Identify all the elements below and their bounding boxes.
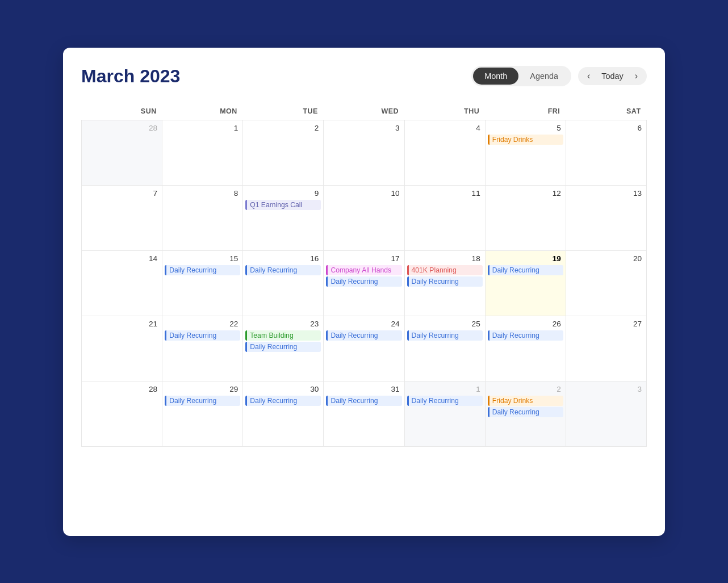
event-daily[interactable]: Daily Recurring <box>407 330 483 341</box>
event-daily[interactable]: Daily Recurring <box>326 330 401 341</box>
calendar-cell[interactable]: 3 <box>324 120 404 185</box>
calendar-cell[interactable]: 6 <box>566 120 646 185</box>
day-header-thu: THU <box>404 103 485 120</box>
calendar-container: March 2023 Month Agenda ‹ Today › SUNMON… <box>63 48 665 536</box>
cell-date: 15 <box>165 254 240 263</box>
event-daily[interactable]: Daily Recurring <box>488 330 563 341</box>
event-team-building[interactable]: Team Building <box>245 330 321 341</box>
cell-date: 14 <box>84 254 160 263</box>
day-header-sun: SUN <box>82 103 162 120</box>
calendar-cell[interactable]: 25Daily Recurring <box>404 316 485 381</box>
calendar-cell[interactable]: 17Company All HandsDaily Recurring <box>324 250 404 316</box>
calendar-cell[interactable]: 2Friday DrinksDaily Recurring <box>485 381 566 446</box>
calendar-cell[interactable]: 20 <box>566 250 646 316</box>
calendar-cell[interactable]: 12 <box>485 185 566 250</box>
event-daily[interactable]: Daily Recurring <box>245 265 321 275</box>
prev-button[interactable]: ‹ <box>583 69 595 83</box>
agenda-view-button[interactable]: Agenda <box>518 68 570 85</box>
calendar-cell[interactable]: 10 <box>324 185 404 250</box>
calendar-cell[interactable]: 9Q1 Earnings Call <box>243 185 324 250</box>
cell-date: 16 <box>245 254 321 263</box>
calendar-cell[interactable]: 14 <box>82 250 162 316</box>
cell-date: 21 <box>84 320 160 328</box>
calendar-cell[interactable]: 8 <box>162 185 243 250</box>
cell-date: 2 <box>488 385 563 393</box>
calendar-cell[interactable]: 1 <box>162 120 243 185</box>
calendar-cell[interactable]: 31Daily Recurring <box>324 381 404 446</box>
day-header-tue: TUE <box>243 103 324 120</box>
header-controls: Month Agenda ‹ Today › <box>471 66 647 86</box>
calendar-cell[interactable]: 29Daily Recurring <box>162 381 243 446</box>
event-daily[interactable]: Daily Recurring <box>165 396 240 406</box>
cell-date: 12 <box>488 189 563 198</box>
cell-date: 17 <box>326 254 401 263</box>
cell-date: 2 <box>245 124 321 132</box>
calendar-cell[interactable]: 22Daily Recurring <box>162 316 243 381</box>
calendar-header: March 2023 Month Agenda ‹ Today › <box>81 66 647 87</box>
calendar-cell[interactable]: 26Daily Recurring <box>485 316 566 381</box>
calendar-cell[interactable]: 30Daily Recurring <box>243 381 324 446</box>
day-header-fri: FRI <box>485 103 566 120</box>
month-view-button[interactable]: Month <box>473 68 518 85</box>
today-button[interactable]: Today <box>597 69 627 83</box>
event-daily[interactable]: Daily Recurring <box>488 407 563 417</box>
cell-date: 20 <box>568 254 644 263</box>
calendar-cell[interactable]: 4 <box>404 120 485 185</box>
event-friday-drinks[interactable]: Friday Drinks <box>488 396 563 406</box>
cell-date: 10 <box>326 189 401 198</box>
calendar-cell[interactable]: 18401K PlanningDaily Recurring <box>404 250 485 316</box>
event-q1[interactable]: Q1 Earnings Call <box>245 200 321 210</box>
event-daily[interactable]: Daily Recurring <box>326 276 401 287</box>
calendar-cell[interactable]: 7 <box>82 185 162 250</box>
calendar-cell[interactable]: 21 <box>82 316 162 381</box>
cell-date: 5 <box>488 124 563 132</box>
cell-date: 25 <box>407 320 483 328</box>
event-daily[interactable]: Daily Recurring <box>326 396 401 406</box>
calendar-cell[interactable]: 13 <box>566 185 646 250</box>
calendar-cell[interactable]: 28 <box>82 120 162 185</box>
calendar-cell[interactable]: 23Team BuildingDaily Recurring <box>243 316 324 381</box>
cell-date: 9 <box>245 189 321 198</box>
cell-date: 7 <box>84 189 160 198</box>
calendar-title: March 2023 <box>81 66 180 87</box>
event-daily[interactable]: Daily Recurring <box>245 342 321 352</box>
event-401k[interactable]: 401K Planning <box>407 265 483 275</box>
calendar-cell[interactable]: 1Daily Recurring <box>404 381 485 446</box>
cell-date: 24 <box>326 320 401 328</box>
cell-date: 11 <box>407 189 483 198</box>
event-daily[interactable]: Daily Recurring <box>165 330 240 341</box>
day-header-mon: MON <box>162 103 243 120</box>
calendar-cell[interactable]: 19Daily Recurring <box>485 250 566 316</box>
next-button[interactable]: › <box>630 69 642 83</box>
view-toggle: Month Agenda <box>471 66 571 86</box>
event-daily[interactable]: Daily Recurring <box>407 276 483 287</box>
cell-date: 6 <box>568 124 644 132</box>
cell-date: 23 <box>245 320 321 328</box>
calendar-cell[interactable]: 27 <box>566 316 646 381</box>
event-daily[interactable]: Daily Recurring <box>165 265 240 275</box>
cell-date: 13 <box>568 189 644 198</box>
calendar-cell[interactable]: 3 <box>566 381 646 446</box>
cell-date: 4 <box>407 124 483 132</box>
event-daily[interactable]: Daily Recurring <box>245 396 321 406</box>
cell-date: 8 <box>165 189 240 198</box>
cell-date: 1 <box>165 124 240 132</box>
event-company-hands[interactable]: Company All Hands <box>326 265 401 275</box>
day-header-sat: SAT <box>566 103 646 120</box>
calendar-cell[interactable]: 5Friday Drinks <box>485 120 566 185</box>
cell-date: 28 <box>84 124 160 132</box>
event-daily[interactable]: Daily Recurring <box>407 396 483 406</box>
cell-date: 22 <box>165 320 240 328</box>
cell-date: 1 <box>407 385 483 393</box>
calendar-cell[interactable]: 15Daily Recurring <box>162 250 243 316</box>
calendar-cell[interactable]: 11 <box>404 185 485 250</box>
calendar-cell[interactable]: 28 <box>82 381 162 446</box>
cell-date: 19 <box>488 254 563 263</box>
calendar-cell[interactable]: 2 <box>243 120 324 185</box>
calendar-cell[interactable]: 24Daily Recurring <box>324 316 404 381</box>
cell-date: 28 <box>84 385 160 393</box>
cell-date: 31 <box>326 385 401 393</box>
calendar-cell[interactable]: 16Daily Recurring <box>243 250 324 316</box>
event-friday-drinks[interactable]: Friday Drinks <box>488 135 563 145</box>
event-daily[interactable]: Daily Recurring <box>488 265 563 275</box>
